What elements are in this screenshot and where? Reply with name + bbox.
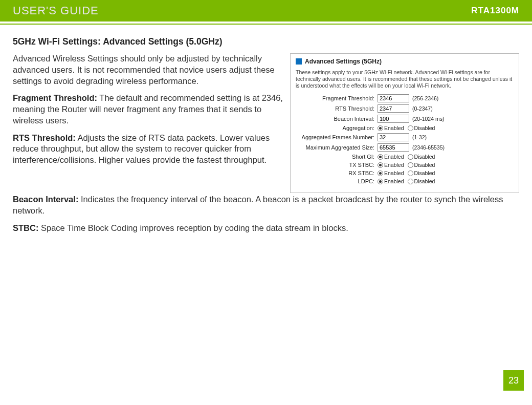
hint-agg-frames: (1-32) [409,134,427,140]
stbc-text: Space Time Block Coding improves recepti… [38,223,348,232]
radio-dot-icon [408,162,413,168]
row-fragment-threshold: Fragment Threshold: (256-2346) [296,94,514,102]
row-agg-frames: Aggregated Frames Number: (1-32) [296,133,514,141]
rts-paragraph: RTS Threshold: Adjusts the size of RTS d… [13,133,284,166]
stbc-paragraph: STBC: Space Time Block Coding improves r… [13,223,519,234]
input-agg-frames[interactable] [378,133,409,141]
hint-beacon-interval: (20-1024 ms) [409,116,444,122]
radio-dot-icon [378,179,383,184]
intro-paragraph: Advanced Wireless Settings should only b… [13,53,284,87]
radio-aggregation-enabled[interactable]: Enabled [378,125,404,131]
settings-panel: Advanced Settings (5GHz) These settings … [290,53,519,193]
radio-dot-icon [408,125,413,131]
header-title: USER'S GUIDE [13,4,99,17]
label-beacon-interval: Beacon Interval: [296,116,378,122]
hint-rts-threshold: (0-2347) [409,105,433,112]
beacon-label: Beacon Interval: [13,195,78,204]
label-ldpc: LDPC: [296,178,378,184]
row-aggregation: Aggregation: Enabled Disabled [296,125,514,131]
row-short-gi: Short GI: Enabled Disabled [296,154,514,160]
radio-short-gi-enabled[interactable]: Enabled [378,154,404,160]
right-column: Advanced Settings (5GHz) These settings … [290,53,519,193]
header-divider-green [0,24,532,25]
radio-group-short-gi: Enabled Disabled [378,154,437,160]
input-beacon-interval[interactable] [378,115,409,123]
hint-fragment-threshold: (256-2346) [409,95,438,101]
radio-ldpc-enabled[interactable]: Enabled [378,178,404,184]
two-column-layout: Advanced Wireless Settings should only b… [13,53,519,193]
radio-group-rx-stbc: Enabled Disabled [378,170,437,176]
fragment-paragraph: Fragment Threshold: The default and reco… [13,93,284,126]
panel-title-row: Advanced Settings (5GHz) [296,58,514,65]
row-beacon-interval: Beacon Interval: (20-1024 ms) [296,115,514,123]
row-ldpc: LDPC: Enabled Disabled [296,178,514,184]
radio-dot-icon [378,125,383,131]
radio-dot-icon [408,179,413,184]
header-bar: USER'S GUIDE RTA1300M [0,0,532,22]
radio-group-aggregation: Enabled Disabled [378,125,437,131]
label-tx-stbc: TX STBC: [296,162,378,168]
beacon-text: Indicates the frequency interval of the … [13,195,503,215]
hint-max-agg: (2346-65535) [409,144,445,151]
row-rts-threshold: RTS Threshold: (0-2347) [296,104,514,113]
stbc-label: STBC: [13,223,38,232]
label-fragment-threshold: Fragment Threshold: [296,95,378,101]
section-title: 5GHz Wi-Fi Settings: Advanced Settings (… [13,36,519,47]
label-rts-threshold: RTS Threshold: [296,105,378,112]
label-aggregation: Aggregation: [296,125,378,131]
radio-short-gi-disabled[interactable]: Disabled [408,154,435,160]
radio-dot-icon [378,162,383,168]
content-area: 5GHz Wi-Fi Settings: Advanced Settings (… [0,26,532,234]
row-tx-stbc: TX STBC: Enabled Disabled [296,162,514,168]
row-max-agg: Maximum Aggregated Size: (2346-65535) [296,143,514,152]
label-max-agg: Maximum Aggregated Size: [296,144,378,151]
radio-rx-stbc-enabled[interactable]: Enabled [378,170,404,176]
row-rx-stbc: RX STBC: Enabled Disabled [296,170,514,176]
input-rts-threshold[interactable] [378,104,409,113]
label-agg-frames: Aggregated Frames Number: [296,134,378,140]
input-fragment-threshold[interactable] [378,94,409,102]
panel-title-text: Advanced Settings (5GHz) [305,58,382,65]
radio-aggregation-disabled[interactable]: Disabled [408,125,435,131]
radio-tx-stbc-enabled[interactable]: Enabled [378,162,404,168]
label-short-gi: Short GI: [296,154,378,160]
label-rx-stbc: RX STBC: [296,170,378,176]
rts-label: RTS Threshold: [13,133,76,142]
radio-rx-stbc-disabled[interactable]: Disabled [408,170,435,176]
radio-tx-stbc-disabled[interactable]: Disabled [408,162,435,168]
input-max-agg[interactable] [378,143,409,152]
panel-description: These settings apply to your 5GHz Wi-Fi … [296,69,514,89]
radio-group-tx-stbc: Enabled Disabled [378,162,437,168]
radio-ldpc-disabled[interactable]: Disabled [408,178,435,184]
radio-dot-icon [378,170,383,176]
radio-dot-icon [408,154,413,160]
radio-dot-icon [378,154,383,160]
radio-dot-icon [408,170,413,176]
page-number: 23 [503,370,524,391]
fragment-label: Fragment Threshold: [13,93,97,102]
radio-group-ldpc: Enabled Disabled [378,178,437,184]
beacon-paragraph: Beacon Interval: Indicates the frequency… [13,194,519,217]
bottom-paragraphs: Beacon Interval: Indicates the frequency… [13,194,519,233]
header-model: RTA1300M [471,6,519,16]
left-column: Advanced Wireless Settings should only b… [13,53,284,193]
panel-square-icon [296,58,302,65]
